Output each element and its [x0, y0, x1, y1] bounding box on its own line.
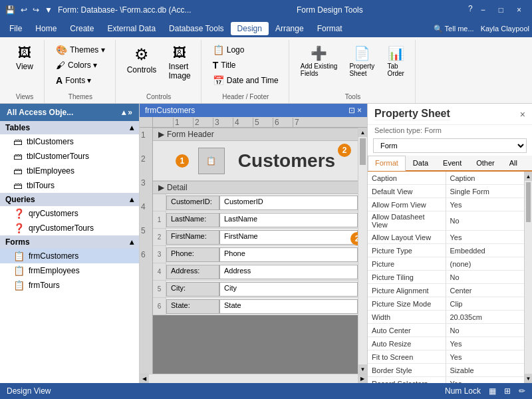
redo-btn[interactable]: ↪ — [33, 5, 39, 15]
dropdown-btn[interactable]: ▼ — [45, 5, 53, 15]
prop-row[interactable]: Allow Form View Yes — [368, 198, 524, 211]
scroll-thumb[interactable] — [360, 138, 366, 165]
prop-value-cell[interactable]: Embedded — [446, 244, 525, 257]
nav-section-forms[interactable]: Forms ▴ — [0, 235, 139, 249]
form-header-control[interactable]: 📋 — [198, 148, 225, 174]
prop-row[interactable]: Auto Resize Yes — [368, 337, 524, 350]
tab-order-btn[interactable]: 📊 TabOrder — [382, 43, 410, 80]
prop-row[interactable]: Fit to Screen Yes — [368, 350, 524, 364]
nav-item-qryCustomers[interactable]: ❓ qryCustomers — [0, 206, 139, 221]
themes-btn[interactable]: 🎨 Themes ▾ — [51, 43, 110, 57]
form-close-icon[interactable]: × — [357, 106, 362, 115]
prop-scroll-up[interactable]: ▲ — [525, 172, 532, 181]
field-label-phone[interactable]: Phone: — [166, 247, 219, 262]
insert-image-btn[interactable]: 🖼 InsertImage — [164, 43, 195, 83]
scroll-down-arrow[interactable]: ▼ — [358, 364, 367, 374]
menu-create[interactable]: Create — [63, 22, 100, 35]
prop-tab-format[interactable]: Format — [368, 156, 406, 171]
menu-external-data[interactable]: External Data — [100, 22, 162, 35]
field-label-customerid[interactable]: CustomerID: — [166, 196, 219, 210]
prop-value-cell[interactable]: Center — [446, 284, 525, 297]
prop-tab-other[interactable]: Other — [469, 156, 502, 170]
prop-close-btn[interactable]: × — [520, 109, 525, 120]
undo-btn[interactable]: ↩ — [21, 5, 27, 15]
prop-row[interactable]: Record Selectors Yes — [368, 377, 524, 383]
menu-home[interactable]: Home — [29, 22, 63, 35]
prop-row[interactable]: Picture Tiling No — [368, 271, 524, 284]
nav-section-queries[interactable]: Queries ▴ — [0, 193, 139, 206]
menu-arrange[interactable]: Arrange — [269, 22, 311, 35]
prop-value-cell[interactable]: Yes — [446, 337, 525, 350]
fonts-btn[interactable]: A Fonts ▾ — [51, 73, 110, 88]
menu-database-tools[interactable]: Database Tools — [162, 22, 231, 35]
field-label-firstname[interactable]: FirstName: — [166, 230, 219, 245]
prop-tab-all[interactable]: All — [502, 156, 525, 170]
prop-row[interactable]: Auto Center No — [368, 324, 524, 337]
field-label-city[interactable]: City: — [166, 282, 219, 297]
menu-file[interactable]: File — [3, 22, 29, 35]
prop-scroll-thumb[interactable] — [526, 182, 531, 222]
prop-value-cell[interactable]: Yes — [446, 231, 525, 243]
tell-me-btn[interactable]: 🔍 Tell me... — [434, 25, 474, 33]
field-value-lastname[interactable]: LastName — [219, 213, 358, 227]
minimize-btn[interactable]: − — [475, 4, 491, 16]
prop-scroll-down[interactable]: ▼ — [525, 374, 532, 383]
prop-value-cell[interactable]: Yes — [446, 350, 525, 363]
prop-value-cell[interactable]: Single Form — [446, 185, 525, 198]
prop-value-cell[interactable]: No — [446, 271, 525, 283]
title-btn[interactable]: T Title — [208, 58, 283, 72]
field-label-lastname[interactable]: LastName: — [166, 213, 219, 227]
nav-item-frmTours[interactable]: 📋 frmTours — [0, 278, 139, 293]
prop-value-cell[interactable]: Yes — [446, 198, 525, 211]
prop-value-cell[interactable]: Sizable — [446, 364, 525, 376]
prop-row[interactable]: Caption Caption — [368, 172, 524, 185]
prop-tab-data[interactable]: Data — [406, 156, 436, 170]
view-btn[interactable]: 🖼 View — [11, 43, 39, 74]
prop-value-cell[interactable]: Caption — [446, 172, 525, 184]
logo-btn[interactable]: 📋 Logo — [208, 43, 283, 57]
prop-tab-event[interactable]: Event — [436, 156, 469, 170]
prop-row[interactable]: Border Style Sizable — [368, 364, 524, 377]
maximize-btn[interactable]: □ — [493, 4, 509, 16]
prop-row[interactable]: Picture Alignment Center — [368, 284, 524, 297]
nav-item-frmEmployees[interactable]: 📋 frmEmployees — [0, 263, 139, 278]
field-value-address[interactable]: Address — [219, 265, 358, 279]
field-value-city[interactable]: City — [219, 282, 358, 297]
prop-value-cell[interactable]: Clip — [446, 297, 525, 310]
prop-scrollbar-v[interactable]: ▲ ▼ — [524, 172, 532, 383]
field-label-state[interactable]: State: — [166, 299, 219, 314]
nav-item-qryCustomerTours[interactable]: ❓ qryCustomerTours — [0, 221, 139, 235]
nav-item-tblTours[interactable]: 🗃 tblTours — [0, 178, 139, 193]
form-header-area[interactable]: 1 📋 Customers 2 — [153, 141, 358, 181]
nav-item-tblEmployees[interactable]: 🗃 tblEmployees — [0, 164, 139, 178]
prop-row[interactable]: Allow Layout View Yes — [368, 231, 524, 244]
prop-row[interactable]: Picture Type Embedded — [368, 244, 524, 257]
prop-value-cell[interactable]: No — [446, 211, 525, 230]
prop-type-dropdown[interactable]: Form — [373, 138, 527, 153]
scroll-left-arrow[interactable]: ◀ — [140, 374, 149, 383]
prop-row[interactable]: Picture Size Mode Clip — [368, 297, 524, 311]
form-restore-icon[interactable]: ⊡ — [348, 106, 355, 115]
date-time-btn[interactable]: 📅 Date and Time — [208, 73, 283, 88]
table-view-btn[interactable]: ▦ — [489, 386, 496, 396]
nav-item-frmCustomers[interactable]: 📋 frmCustomers — [0, 249, 139, 263]
prop-value-cell[interactable]: No — [446, 324, 525, 336]
nav-item-tblCustomerTours[interactable]: 🗃 tblCustomerTours — [0, 149, 139, 164]
field-label-address[interactable]: Address: — [166, 265, 219, 279]
add-existing-fields-btn[interactable]: ➕ Add ExistingFields — [296, 43, 342, 80]
scroll-right-arrow[interactable]: ▶ — [358, 374, 367, 383]
field-value-firstname[interactable]: FirstName 2 — [219, 230, 358, 245]
design-view-btn[interactable]: ✏ — [519, 386, 525, 396]
menu-format[interactable]: Format — [311, 22, 349, 35]
form-scrollbar-h[interactable]: ◀ ▶ — [140, 374, 367, 383]
menu-design[interactable]: Design — [231, 22, 269, 35]
prop-value-cell[interactable]: (none) — [446, 257, 525, 270]
colors-btn[interactable]: 🖌 Colors ▾ — [51, 58, 110, 72]
scroll-up-arrow[interactable]: ▲ — [358, 128, 367, 137]
field-value-phone[interactable]: Phone — [219, 247, 358, 262]
prop-row[interactable]: Allow Datasheet View No — [368, 211, 524, 231]
prop-row[interactable]: Width 20.035cm — [368, 311, 524, 324]
close-btn[interactable]: × — [511, 4, 527, 16]
field-value-state[interactable]: State — [219, 299, 358, 314]
controls-btn[interactable]: ⚙ Controls — [122, 43, 162, 77]
